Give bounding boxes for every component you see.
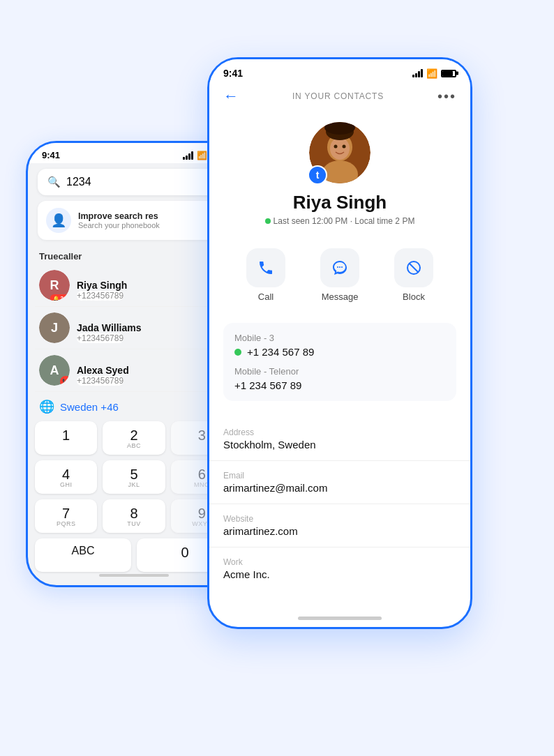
improve-avatar: 👤 bbox=[46, 208, 71, 233]
phone-number-2: +1 234 567 89 bbox=[234, 379, 301, 391]
wifi-icon: 📶 bbox=[197, 151, 207, 160]
dial-key-8[interactable]: 8 TUV bbox=[103, 499, 165, 533]
dial-num: 7 bbox=[39, 506, 93, 520]
contact-phone: +123456789 bbox=[77, 376, 123, 386]
dial-row-2: 4 GHI 5 JKL 6 MNO bbox=[35, 460, 233, 494]
dial-row-1: 1 2 ABC 3 bbox=[35, 421, 233, 455]
block-icon-container bbox=[394, 248, 433, 287]
list-item[interactable]: J Jada Williams +123456789 bbox=[35, 307, 233, 349]
contact-header: ← IN YOUR CONTACTS ••• bbox=[209, 82, 470, 114]
action-buttons: Call Message bbox=[209, 237, 470, 313]
svg-point-4 bbox=[334, 145, 338, 149]
home-indicator-front bbox=[298, 617, 382, 620]
search-icon: 🔍 bbox=[47, 176, 61, 188]
globe-icon: 🌐 bbox=[39, 399, 54, 414]
back-button[interactable]: ← bbox=[223, 87, 239, 105]
dial-row-4: ABC 0 bbox=[35, 538, 233, 572]
contact-info-alexa: Alexa Syed +123456789 bbox=[77, 365, 129, 376]
last-seen: Last seen 12:00 PM · Local time 2 PM bbox=[265, 216, 415, 226]
address-row: Address Stockholm, Sweden bbox=[209, 418, 470, 461]
phones-container: 9:41 📶 🔍 👤 Improve search res bbox=[12, 15, 542, 741]
dial-num: 2 bbox=[107, 428, 160, 442]
signal-icon bbox=[183, 151, 193, 160]
dial-num: 5 bbox=[107, 467, 160, 481]
phone-type-1: Mobile - 3 bbox=[234, 333, 445, 343]
dial-letters: PQRS bbox=[39, 520, 93, 527]
svg-line-12 bbox=[410, 264, 419, 273]
dial-letters bbox=[39, 442, 93, 449]
time-front: 9:41 bbox=[223, 68, 243, 79]
list-item[interactable]: R 🔔2m Riya Singh +123456789 bbox=[35, 264, 233, 307]
block-label: Block bbox=[403, 292, 425, 302]
block-button[interactable]: Block bbox=[382, 248, 445, 302]
dial-key-abc[interactable]: ABC bbox=[35, 538, 131, 572]
dial-row-3: 7 PQRS 8 TUV 9 WXYZ bbox=[35, 499, 233, 533]
email-label: Email bbox=[223, 471, 456, 481]
dial-key-4[interactable]: 4 GHI bbox=[35, 460, 97, 494]
dial-num: 8 bbox=[107, 506, 160, 520]
dial-letters: ABC bbox=[107, 442, 160, 449]
svg-point-8 bbox=[337, 266, 338, 268]
dial-letters: JKL bbox=[107, 481, 160, 488]
header-title: IN YOUR CONTACTS bbox=[292, 91, 384, 101]
truecaller-badge: t bbox=[308, 165, 327, 185]
phone-entry-2: Mobile - Telenor +1 234 567 89 bbox=[234, 366, 445, 391]
dial-key-5[interactable]: 5 JKL bbox=[103, 460, 165, 494]
dial-num: 4 bbox=[39, 467, 93, 481]
dial-letters: TUV bbox=[107, 520, 160, 527]
work-label: Work bbox=[223, 557, 456, 567]
call-back-badge: 📞 bbox=[60, 376, 70, 386]
call-button[interactable]: Call bbox=[234, 248, 297, 302]
dial-key-7[interactable]: 7 PQRS bbox=[35, 499, 97, 533]
wifi-icon-front: 📶 bbox=[426, 68, 437, 79]
search-bar[interactable]: 🔍 bbox=[38, 169, 230, 195]
front-phone: 9:41 📶 ← IN YOUR CONTACTS ••• bbox=[207, 57, 472, 629]
dial-letters: GHI bbox=[39, 481, 93, 488]
signal-icon-front bbox=[412, 69, 423, 77]
improve-subtitle: Search your phonebook bbox=[78, 221, 160, 229]
dialpad: 1 2 ABC 3 4 GHI 5 JK bbox=[35, 421, 233, 572]
contact-info-jada: Jada Williams +123456789 bbox=[77, 322, 141, 333]
contact-phone: +123456789 bbox=[77, 333, 123, 343]
email-row: Email arimartinez@mail.com bbox=[209, 461, 470, 504]
dial-key-2[interactable]: 2 ABC bbox=[103, 421, 165, 455]
website-row: Website arimartinez.com bbox=[209, 504, 470, 547]
time-back: 9:41 bbox=[42, 150, 60, 160]
avatar-riya: R 🔔2m bbox=[39, 270, 70, 301]
active-dot bbox=[234, 349, 241, 356]
message-button[interactable]: Message bbox=[308, 248, 371, 302]
badge-2m: 🔔2m bbox=[50, 294, 70, 301]
status-icons-front: 📶 bbox=[412, 68, 456, 79]
phone-entry-1: Mobile - 3 +1 234 567 89 bbox=[234, 333, 445, 358]
improve-text: Improve search res Search your phonebook bbox=[78, 211, 160, 229]
avatar-alexa: A 📞 bbox=[39, 355, 70, 386]
notch-back bbox=[92, 143, 176, 162]
website-value: arimartinez.com bbox=[223, 525, 456, 537]
more-options-button[interactable]: ••• bbox=[437, 89, 456, 105]
phone-number-1: +1 234 567 89 bbox=[247, 346, 314, 358]
phone-numbers-card: Mobile - 3 +1 234 567 89 Mobile - Teleno… bbox=[223, 323, 456, 401]
dial-letters bbox=[39, 557, 127, 564]
call-label: Call bbox=[258, 292, 274, 302]
phone-numbers-section: Mobile - 3 +1 234 567 89 Mobile - Teleno… bbox=[209, 313, 470, 418]
contact-name: Riya Singh bbox=[77, 280, 127, 291]
improve-banner[interactable]: 👤 Improve search res Search your phonebo… bbox=[38, 201, 230, 240]
message-label: Message bbox=[322, 292, 359, 302]
message-icon-container bbox=[320, 248, 359, 287]
improve-title: Improve search res bbox=[78, 211, 160, 221]
address-value: Stockholm, Sweden bbox=[223, 439, 456, 451]
profile-section: t Riya Singh Last seen 12:00 PM · Local … bbox=[209, 114, 470, 237]
call-icon-container bbox=[246, 248, 285, 287]
contact-name: Alexa Syed bbox=[77, 365, 129, 376]
phone-number-row-1: +1 234 567 89 bbox=[234, 346, 445, 358]
profile-avatar-container: t bbox=[309, 122, 370, 183]
website-label: Website bbox=[223, 514, 456, 524]
dial-key-1[interactable]: 1 bbox=[35, 421, 97, 455]
work-row: Work Acme Inc. bbox=[209, 547, 470, 590]
search-input[interactable] bbox=[66, 176, 220, 188]
phone-type-2: Mobile - Telenor bbox=[234, 366, 445, 377]
svg-point-5 bbox=[343, 145, 346, 149]
list-item[interactable]: A 📞 Alexa Syed +123456789 bbox=[35, 349, 233, 392]
battery-icon-front bbox=[441, 70, 456, 77]
block-icon bbox=[405, 259, 422, 276]
